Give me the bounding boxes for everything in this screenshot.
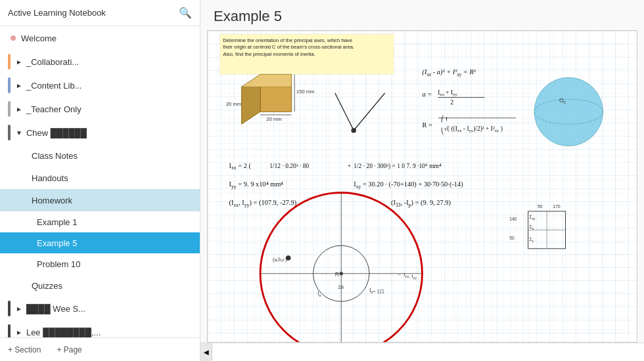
teacher-only-label: _Teacher Only xyxy=(26,104,81,114)
svg-text:R: R xyxy=(335,271,339,278)
search-button[interactable]: 🔍 xyxy=(179,7,192,19)
sidebar-item-collaboration[interactable]: ► _Collaborati... xyxy=(0,50,200,74)
sidebar: Active Learning Notebook 🔍 Welcome ► _Co… xyxy=(0,0,200,361)
sidebar-item-handouts[interactable]: Handouts xyxy=(0,167,200,189)
chevron-right-icon: ► xyxy=(16,58,22,66)
sidebar-item-teacher-only[interactable]: ► _Teacher Only xyxy=(0,97,200,121)
svg-text:a =: a = xyxy=(423,91,432,98)
sidebar-subpage-example5[interactable]: Example 5 xyxy=(0,232,200,253)
teacher-only-color xyxy=(8,101,11,117)
sidebar-item-chew[interactable]: ▼ Chew ██████ xyxy=(0,121,200,144)
sidebar-subpage-example1[interactable]: Example 1 xyxy=(0,211,200,232)
svg-text:√( ((Ixx - Iyy)/2)² + I²xy ): √( ((Ixx - Iyy)/2)² + I²xy ) xyxy=(444,125,503,133)
svg-text:(a,b,c): (a,b,c) xyxy=(273,256,287,263)
wee-s-label: ████ Wee S... xyxy=(26,304,85,314)
welcome-dot xyxy=(11,35,16,41)
svg-text:R =: R = xyxy=(423,121,433,129)
svg-text:50: 50 xyxy=(538,204,543,209)
svg-point-15 xyxy=(351,128,356,133)
svg-text:Determine the orientation of t: Determine the orientation of the princip… xyxy=(223,37,352,43)
sidebar-subpage-problem10[interactable]: Problem 10 xyxy=(0,253,200,274)
svg-text:2: 2 xyxy=(450,99,453,106)
collaboration-label: _Collaborati... xyxy=(26,57,79,67)
sidebar-title: Active Learning Notebook xyxy=(8,8,106,18)
sidebar-item-content-lib[interactable]: ► _Content Lib... xyxy=(0,74,200,97)
chevron-right-icon4: ► xyxy=(16,305,22,312)
chevron-right-icon2: ► xyxy=(16,82,22,89)
sidebar-header: Active Learning Notebook 🔍 xyxy=(0,0,200,26)
svg-text:their origin at centroid C of : their origin at centroid C of the beam's… xyxy=(223,44,354,50)
quizzes-label: Quizzes xyxy=(32,281,62,291)
svg-text:Also, find the principal momen: Also, find the principal moments of iner… xyxy=(223,51,315,57)
wee-s-color xyxy=(8,301,11,316)
svg-text:⎛ I: ⎛ I xyxy=(441,115,448,123)
nav-list: Welcome ► _Collaborati... ► _Content Lib… xyxy=(0,26,200,337)
problem10-label: Problem 10 xyxy=(37,259,80,269)
svg-text:1/12 · 0.20³ · 80: 1/12 · 0.20³ · 80 xyxy=(269,163,309,169)
page-title: Example 5 xyxy=(200,0,644,30)
handouts-label: Handouts xyxy=(32,173,68,183)
scroll-left-button[interactable]: ◀ xyxy=(200,343,212,362)
example1-label: Example 1 xyxy=(37,217,77,227)
svg-text:170: 170 xyxy=(553,204,561,209)
svg-text:50: 50 xyxy=(509,236,515,240)
sidebar-item-lee[interactable]: ► Lee ████████,... xyxy=(0,320,200,337)
chevron-right-icon5: ► xyxy=(16,329,22,336)
content-area: Determine the orientation of the princip… xyxy=(207,30,637,343)
class-notes-label: Class Notes xyxy=(32,151,78,161)
lee-color xyxy=(8,324,11,337)
svg-text:140: 140 xyxy=(509,217,517,221)
svg-text:+: + xyxy=(348,163,351,169)
lee-label: Lee ████████,... xyxy=(26,328,101,337)
sidebar-item-wee-s[interactable]: ► ████ Wee S... xyxy=(0,297,200,320)
content-lib-label: _Content Lib... xyxy=(26,81,82,91)
main-content: Example 5 Determine the orientation of t… xyxy=(200,0,644,361)
bottom-bar: ◀ xyxy=(200,343,644,361)
example5-label: Example 5 xyxy=(37,238,77,248)
svg-text:150 mm: 150 mm xyxy=(296,89,314,95)
chew-color xyxy=(8,125,11,140)
sidebar-item-class-notes[interactable]: Class Notes xyxy=(0,144,200,167)
chew-label: Chew ██████ xyxy=(26,128,87,138)
svg-text:1/2 · 20 · 300²) = 1 0 7. 9 ·1: 1/2 · 20 · 300²) = 1 0 7. 9 ·10⁶ mm⁴ xyxy=(354,163,442,170)
svg-text:28: 28 xyxy=(338,284,344,290)
sidebar-footer: + Section + Page xyxy=(0,337,200,361)
chevron-right-icon3: ► xyxy=(16,106,22,113)
welcome-label: Welcome xyxy=(21,33,57,43)
sidebar-item-welcome[interactable]: Welcome xyxy=(0,26,200,50)
content-lib-color xyxy=(8,77,11,93)
add-section-button[interactable]: + Section xyxy=(0,338,49,361)
svg-text:20 mm: 20 mm xyxy=(267,116,282,122)
svg-text:20 mm: 20 mm xyxy=(226,101,241,107)
homework-label: Homework xyxy=(32,196,72,205)
add-page-button[interactable]: + Page xyxy=(49,338,89,361)
collaboration-color xyxy=(8,54,11,70)
chevron-down-icon: ▼ xyxy=(16,129,22,137)
svg-point-21 xyxy=(534,77,603,146)
notebook-page[interactable]: Determine the orientation of the princip… xyxy=(207,30,637,343)
sidebar-item-homework[interactable]: Homework xyxy=(0,189,200,211)
sidebar-item-quizzes[interactable]: Quizzes xyxy=(0,274,200,297)
